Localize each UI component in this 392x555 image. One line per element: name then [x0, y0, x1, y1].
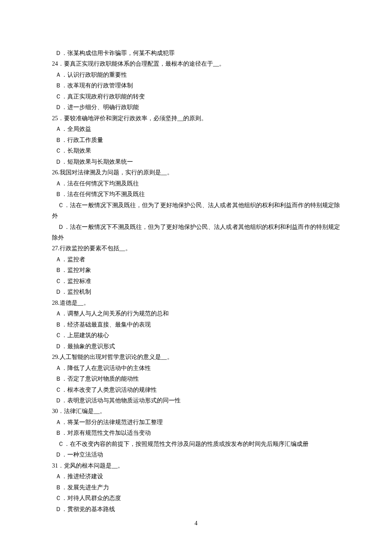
text-line: Ｄ．监控机制: [52, 286, 340, 297]
text-line: Ｃ．长期效果: [52, 145, 340, 156]
text-line: 28.道德是__。: [52, 298, 340, 308]
text-line: Ａ．法在任何情况下均溯及既往: [52, 178, 340, 189]
text-line: Ｄ．进一步细分、明确行政职能: [52, 102, 340, 113]
text-line: Ｂ．法在任何情况下均不溯及既往: [52, 189, 340, 199]
text-line: Ｃ．根本改变了人类意识活动的规律性: [52, 384, 340, 395]
document-page: Ｄ．张某构成信用卡诈骗罪，何某不构成犯罪24．要真正实现行政职能体系的合理配置，…: [0, 0, 392, 555]
text-line: Ｄ．一种立法活动: [52, 449, 340, 460]
text-line: Ｄ．表明意识活动与其他物质运动形式的同一性: [52, 395, 340, 406]
text-line: Ｂ．发展先进生产力: [52, 482, 340, 493]
text-line: Ｂ．行政工作质量: [52, 135, 340, 145]
text-line: Ｃ．真正实现政府行政职能的转变: [52, 91, 340, 102]
text-line: 24．要真正实现行政职能体系的合理配置，最根本的途径在于__。: [52, 58, 340, 69]
text-line: Ａ．推进经济建设: [52, 471, 340, 482]
text-line: Ａ．调整人与人之间关系的行为规范的总和: [52, 308, 340, 319]
text-line: Ａ．将某一部分的法律规范进行加工整理: [52, 417, 340, 428]
text-line: Ｂ．监控对象: [52, 265, 340, 275]
text-line: 30．法律汇编是__。: [52, 406, 340, 416]
text-line: 31．党风的根本问题是__。: [52, 460, 340, 471]
text-line: 25．要较准确地评价和测定行政效率，必须坚持__的原则。: [52, 113, 340, 124]
text-line: 26.我国对法律溯及力问题，实行的原则是__。: [52, 167, 340, 178]
text-line: Ｄ．贯彻党的基本路线: [52, 504, 340, 515]
text-line: Ｄ．法在一般情况下不溯及既往，但为了更好地保护公民、法人或者其他组织的权利和利益…: [52, 222, 340, 243]
text-line: Ｃ．监控标准: [52, 276, 340, 286]
text-line: Ｂ．对原有规范性文件加以适当变动: [52, 428, 340, 438]
text-line: Ｄ．短期效果与长期效果统一: [52, 156, 340, 167]
text-line: Ａ．监控者: [52, 254, 340, 265]
text-line: Ｃ．对待人民群众的态度: [52, 493, 340, 503]
page-number: 4: [0, 518, 392, 529]
text-line: Ｃ．上层建筑的核心: [52, 330, 340, 341]
text-line: Ａ．降低了人在意识活动中的主体性: [52, 363, 340, 373]
text-line: Ａ．认识行政职能的重要性: [52, 69, 340, 80]
text-line: Ｂ．否定了意识对物质的能动性: [52, 373, 340, 384]
text-line: Ｂ．改革现有的行政管理体制: [52, 80, 340, 91]
text-line: Ｂ．经济基础最直接、最集中的表现: [52, 319, 340, 330]
text-line: 27.行政监控的要素不包括__。: [52, 243, 340, 254]
text-line: Ｄ．张某构成信用卡诈骗罪，何某不构成犯罪: [52, 48, 340, 58]
text-line: Ａ．全局效益: [52, 124, 340, 134]
text-line: Ｄ．最抽象的意识形式: [52, 341, 340, 352]
text-line: Ｃ．在不改变内容的前提下，按照规范性文件涉及问题的性质或按发布的时间先后顺序汇编…: [52, 439, 340, 449]
text-line: 29.人工智能的出现对哲学意识论的意义是__。: [52, 352, 340, 362]
text-line: Ｃ．法在一般情况下溯及既往，但为了更好地保护公民、法人或者其他组织的权利和利益而…: [52, 200, 340, 222]
content-body: Ｄ．张某构成信用卡诈骗罪，何某不构成犯罪24．要真正实现行政职能体系的合理配置，…: [52, 48, 340, 515]
